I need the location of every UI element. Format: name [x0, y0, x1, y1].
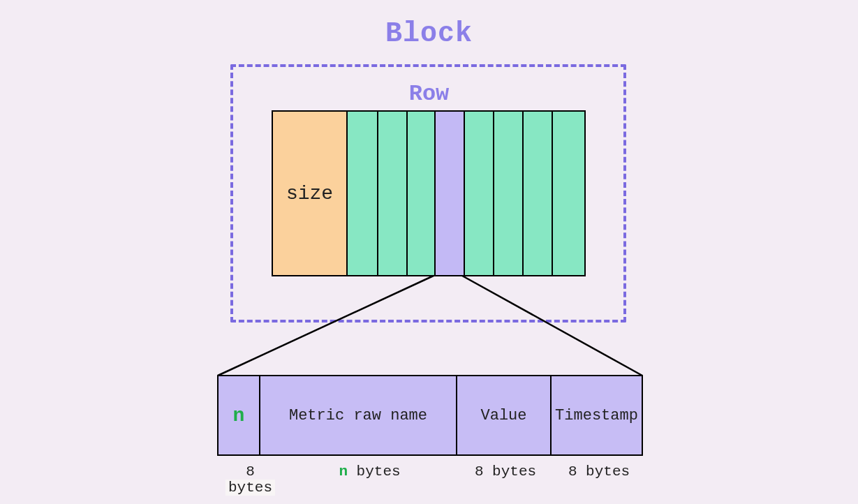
detail-cell-metric: Metric raw name	[260, 376, 457, 454]
detail-cell-n: n	[219, 376, 260, 454]
row-label: Row	[0, 81, 858, 107]
detail-row: n Metric raw name Value Timestamp	[217, 375, 643, 456]
block-title: Block	[0, 18, 858, 50]
row-cell-green-6	[494, 112, 524, 275]
row-cell-green-1	[348, 112, 378, 275]
row-cell-green-7	[524, 112, 553, 275]
byte-label-4: 8 bytes	[555, 464, 643, 496]
byte-labels-row: 8 bytes n bytes 8 bytes 8 bytes	[217, 464, 643, 496]
row-container: size	[272, 110, 586, 276]
detail-n-label: n	[233, 405, 245, 427]
detail-cell-value: Value	[457, 376, 552, 454]
size-label: size	[286, 183, 333, 205]
row-cell-green-5	[465, 112, 494, 275]
byte-label-1: 8 bytes	[217, 464, 283, 496]
row-cell-green-8	[553, 112, 584, 275]
row-cell-purple-4	[436, 112, 465, 275]
detail-cell-timestamp: Timestamp	[552, 376, 642, 454]
row-cell-size: size	[273, 112, 348, 275]
row-cell-green-2	[378, 112, 408, 275]
row-cell-green-3	[408, 112, 436, 275]
byte-label-3: 8 bytes	[456, 464, 555, 496]
byte-label-2: n bytes	[283, 464, 456, 496]
diagram-canvas: Block Row size n Metric raw name Value T…	[0, 0, 858, 504]
